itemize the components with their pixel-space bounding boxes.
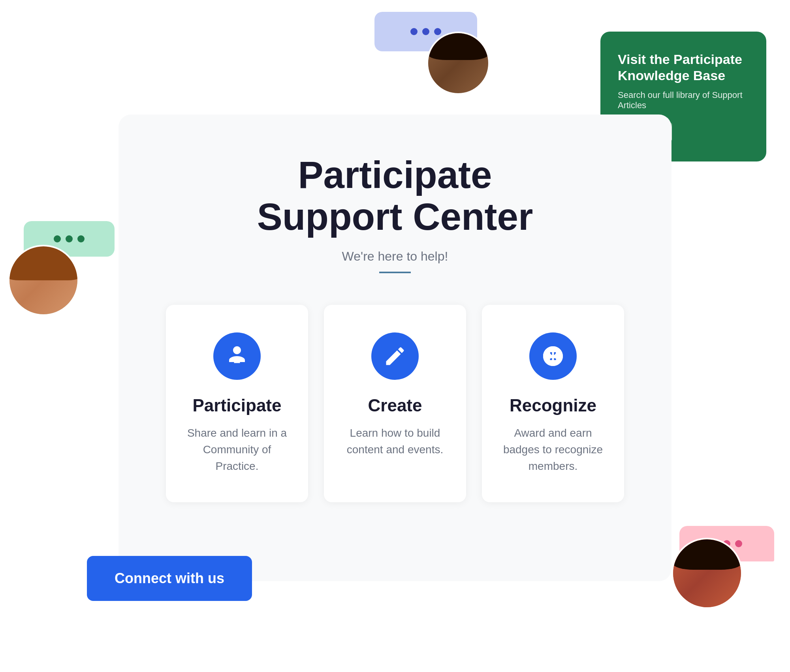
hero-subtitle: We're here to help! [166, 249, 624, 264]
create-icon [383, 344, 407, 368]
dot-icon [77, 235, 85, 242]
avatar-face [428, 33, 488, 93]
recognize-icon [541, 344, 565, 368]
svg-point-0 [233, 347, 241, 354]
knowledge-card-subtitle: Search our full library of Support Artic… [618, 90, 749, 111]
page-wrapper: Visit the Participate Knowledge Base Sea… [0, 0, 790, 672]
recognize-icon-circle [529, 332, 577, 380]
card-desc-recognize: Award and earn badges to recognize membe… [502, 425, 604, 475]
avatar-woman-left [8, 245, 79, 316]
hero-divider [379, 272, 411, 273]
avatar-man-right [672, 538, 743, 609]
connect-button[interactable]: Connect with us [87, 556, 252, 601]
feature-card-recognize: Recognize Award and earn badges to recog… [482, 305, 624, 502]
create-icon-circle [371, 332, 419, 380]
main-card: Participate Support Center We're here to… [118, 115, 672, 581]
hair [428, 33, 488, 60]
hair [9, 246, 77, 280]
avatar-face [673, 539, 741, 607]
hair [673, 539, 741, 570]
card-desc-create: Learn how to build content and events. [344, 425, 446, 458]
hero-title: Participate Support Center [166, 154, 624, 237]
dot-icon [422, 28, 429, 35]
feature-card-create: Create Learn how to build content and ev… [324, 305, 466, 502]
card-title-recognize: Recognize [502, 396, 604, 415]
card-desc-participate: Share and learn in a Community of Practi… [186, 425, 288, 475]
dot-icon [66, 235, 73, 242]
avatar-face [9, 246, 77, 314]
avatar-woman-top [427, 32, 490, 95]
dot-icon [54, 235, 61, 242]
participate-icon [225, 344, 249, 368]
card-title-create: Create [344, 396, 446, 415]
participate-icon-circle [213, 332, 261, 380]
dot-icon [434, 28, 441, 35]
card-title-participate: Participate [186, 396, 288, 415]
knowledge-card-title: Visit the Participate Knowledge Base [618, 51, 749, 84]
cards-row: Participate Share and learn in a Communi… [166, 305, 624, 502]
dot-icon [410, 28, 418, 35]
feature-card-participate: Participate Share and learn in a Communi… [166, 305, 308, 502]
